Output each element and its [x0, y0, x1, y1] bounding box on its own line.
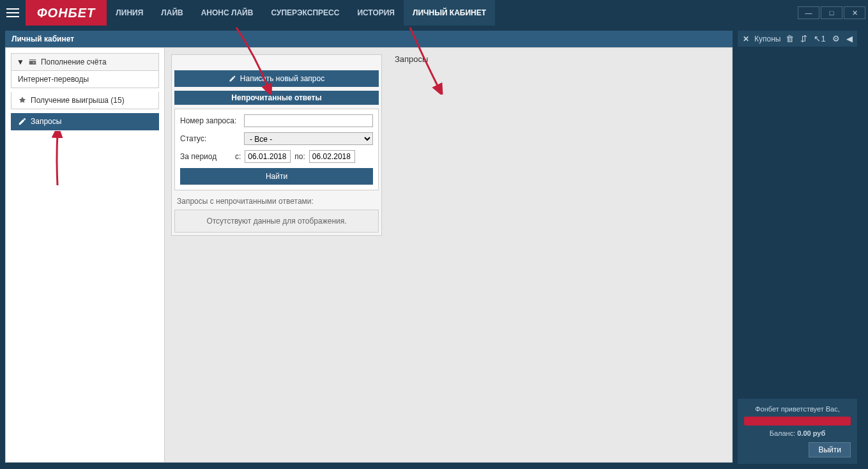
brand-logo[interactable]: ФОНБЕТ: [26, 0, 107, 26]
content-area: Написать новый запрос Непрочитанные отве…: [164, 48, 732, 462]
sidebar-item-requests[interactable]: Запросы: [11, 113, 159, 130]
gear-icon[interactable]: ⚙: [832, 34, 840, 43]
payout-icon: [18, 96, 27, 105]
search-button[interactable]: Найти: [180, 168, 373, 185]
nav-live-announce[interactable]: АНОНС ЛАЙВ: [192, 0, 263, 26]
close-button[interactable]: ✕: [844, 6, 865, 19]
request-number-label: Номер запроса:: [180, 116, 244, 125]
new-request-label: Написать новый запрос: [240, 74, 324, 83]
close-coupons-icon[interactable]: ✕: [743, 35, 749, 43]
new-request-button[interactable]: Написать новый запрос: [174, 70, 379, 87]
trash-icon[interactable]: 🗑: [786, 34, 794, 43]
no-data-message: Отсутствуют данные для отображения.: [174, 210, 379, 233]
requests-heading: Запросы: [395, 54, 428, 64]
unread-requests-note: Запросы с непрочитанными ответами:: [174, 197, 379, 206]
balance-label: Баланс:: [770, 429, 796, 437]
nav-line[interactable]: ЛИНИЯ: [107, 0, 152, 26]
sidebar-item-payout[interactable]: Получение выигрыша (15): [11, 92, 159, 109]
sidebar-group-deposit[interactable]: ▼ Пополнение счёта: [11, 53, 159, 71]
status-label: Статус:: [180, 134, 244, 143]
chevron-down-icon: ▼: [17, 58, 24, 66]
to-label: по:: [294, 152, 305, 161]
maximize-button[interactable]: □: [821, 6, 842, 19]
user-box: Фонбет приветствует Вас, Баланс: 0.00 ру…: [738, 399, 857, 464]
nav-superexpress[interactable]: СУПЕРЭКСПРЕСС: [262, 0, 348, 26]
requests-form-panel: Написать новый запрос Непрочитанные отве…: [171, 54, 382, 236]
filter-box: Номер запроса: Статус: - Все - За период…: [174, 109, 379, 190]
coupons-bar: ✕ Купоны 🗑 ⇵ ↖1 ⚙ ◀: [738, 31, 857, 47]
date-to-input[interactable]: [309, 150, 355, 163]
panel-title: Личный кабинет: [5, 31, 733, 47]
pen-icon: [229, 75, 236, 82]
pen-icon: [18, 117, 27, 126]
sidebar-item-transfers[interactable]: Интернет-переводы: [11, 71, 159, 88]
collapse-icon[interactable]: ◀: [846, 34, 853, 43]
nav-live[interactable]: ЛАЙВ: [152, 0, 192, 26]
logout-button[interactable]: Выйти: [809, 442, 851, 457]
coupons-label: Купоны: [754, 35, 780, 43]
coupon-count[interactable]: ↖1: [814, 34, 825, 43]
panel-body: ▼ Пополнение счёта Интернет-переводы Пол…: [5, 47, 733, 463]
sort-icon[interactable]: ⇵: [800, 34, 807, 43]
balance-value: 0.00 руб: [797, 429, 825, 437]
unread-answers-header: Непрочитанные ответы: [174, 91, 379, 105]
from-label: с:: [235, 152, 241, 161]
period-label: За период: [180, 152, 231, 161]
hamburger-menu[interactable]: [0, 0, 26, 26]
window-controls: — □ ✕: [798, 0, 868, 26]
main-nav: ЛИНИЯ ЛАЙВ АНОНС ЛАЙВ СУПЕРЭКСПРЕСС ИСТО…: [107, 0, 495, 26]
greeting-text: Фонбет приветствует Вас,: [744, 405, 851, 413]
sidebar-item-label: Получение выигрыша (15): [31, 96, 125, 105]
sidebar: ▼ Пополнение счёта Интернет-переводы Пол…: [6, 48, 164, 462]
request-number-input[interactable]: [244, 114, 373, 127]
minimize-button[interactable]: —: [798, 6, 819, 19]
date-from-input[interactable]: [245, 150, 291, 163]
wallet-icon: [28, 58, 37, 66]
top-bar: ФОНБЕТ ЛИНИЯ ЛАЙВ АНОНС ЛАЙВ СУПЕРЭКСПРЕ…: [0, 0, 868, 26]
nav-account[interactable]: ЛИЧНЫЙ КАБИНЕТ: [404, 0, 495, 26]
status-select[interactable]: - Все -: [244, 132, 373, 145]
right-column: ✕ Купоны 🗑 ⇵ ↖1 ⚙ ◀ Фонбет приветствует …: [738, 26, 862, 469]
nav-history[interactable]: ИСТОРИЯ: [348, 0, 404, 26]
sidebar-group-label: Пополнение счёта: [41, 58, 107, 66]
sidebar-item-label: Запросы: [31, 117, 61, 126]
user-name-redacted: [744, 417, 851, 426]
